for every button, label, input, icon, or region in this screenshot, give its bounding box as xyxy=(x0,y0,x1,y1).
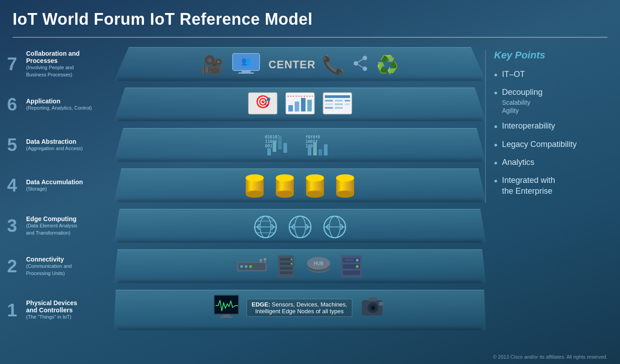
key-point-decoupling-text: Decoupling ScalabilityAgility xyxy=(502,87,543,115)
router-icon xyxy=(236,257,268,278)
svg-text:HUB: HUB xyxy=(314,261,323,266)
bullet-5: • xyxy=(494,157,498,169)
layer-1-content: EDGE: Sensors, Devices, Machines,Intelli… xyxy=(114,290,486,325)
key-point-integrated-text: Integrated withthe Enterprise xyxy=(502,175,555,196)
layer-3-content xyxy=(114,209,486,246)
database-icon-2 xyxy=(273,173,297,201)
analytics-screen-icon xyxy=(285,92,315,117)
svg-rect-19 xyxy=(325,100,333,102)
key-point-legacy: • Legacy Compatibility xyxy=(494,139,611,151)
data-chart-icon-1: 010101 11001 001 xyxy=(263,132,297,160)
layer-4-num: 4 xyxy=(0,175,22,195)
svg-point-44 xyxy=(246,174,264,182)
svg-rect-104 xyxy=(379,302,383,306)
key-point-decoupling: • Decoupling ScalabilityAgility xyxy=(494,87,611,115)
layer-3-label: Edge Computing (Data Element Analysisand… xyxy=(22,215,112,236)
key-point-it-ot-text: IT–OT xyxy=(502,69,525,80)
process-icon: ♻️ xyxy=(376,56,399,74)
svg-point-93 xyxy=(356,265,359,268)
report-screen-icon xyxy=(322,92,353,117)
svg-rect-24 xyxy=(345,103,350,105)
bullet-3: • xyxy=(494,121,498,133)
key-points-divider xyxy=(485,49,486,203)
pyramid-area: 7 Collaboration and Processes (Involving… xyxy=(0,43,486,357)
svg-point-75 xyxy=(245,265,247,268)
layer-4-surface xyxy=(114,169,486,202)
layer-5: 5 Data Abstraction (Aggregation and Acce… xyxy=(0,128,486,162)
layer-1-shelf: EDGE: Sensors, Devices, Machines,Intelli… xyxy=(114,290,486,330)
page-title: IoT World Forum IoT Reference Model xyxy=(13,10,313,29)
layer-6-surface: 🎯 xyxy=(114,88,486,121)
svg-rect-18 xyxy=(325,95,350,98)
bullet-4: • xyxy=(494,139,498,151)
edge-compute-icon-3 xyxy=(321,213,349,243)
bullet-2: • xyxy=(494,87,498,99)
key-point-interoperability: • Interoperability xyxy=(494,121,611,133)
svg-point-55 xyxy=(336,191,354,198)
svg-rect-22 xyxy=(325,103,333,105)
layer-4-shelf xyxy=(114,169,486,202)
layer-2-content: HUB xyxy=(114,250,486,285)
layer-3-surface xyxy=(114,209,486,243)
monitor-waveform-icon xyxy=(213,294,240,322)
svg-rect-79 xyxy=(280,262,292,265)
switch-icon xyxy=(274,253,298,281)
key-point-integrated: • Integrated withthe Enterprise xyxy=(494,175,611,196)
layer-3-num: 3 xyxy=(0,216,22,236)
layer-4-title: Data Accumulation xyxy=(26,178,112,186)
svg-rect-78 xyxy=(280,258,292,261)
layer-7: 7 Collaboration and Processes (Involving… xyxy=(0,47,486,81)
svg-point-102 xyxy=(371,306,375,310)
layer-7-content: 🎥 👥 CENTER 📞 xyxy=(114,48,486,81)
screen-icon: 👥 xyxy=(230,51,262,78)
svg-rect-98 xyxy=(220,316,233,318)
svg-point-76 xyxy=(249,265,252,268)
svg-rect-30 xyxy=(267,148,271,155)
svg-rect-15 xyxy=(307,100,312,111)
layer-7-label: Collaboration and Processes (Involving P… xyxy=(22,50,112,78)
layer-6-shelf: 🎯 xyxy=(114,88,486,121)
edge-compute-icon-1 xyxy=(252,213,279,243)
svg-rect-94 xyxy=(345,259,354,261)
key-point-it-ot: • IT–OT xyxy=(494,69,611,81)
edge-label-strong: EDGE: xyxy=(252,301,270,308)
database-icon-3 xyxy=(303,173,327,201)
svg-point-74 xyxy=(240,265,243,268)
svg-rect-80 xyxy=(280,267,292,270)
key-point-analytics-text: Analytics xyxy=(502,157,535,168)
layer-5-subtitle: (Aggregation and Access) xyxy=(26,145,112,152)
svg-rect-20 xyxy=(335,100,343,102)
svg-rect-2 xyxy=(238,72,254,74)
database-icon-1 xyxy=(243,173,266,201)
svg-text:f0f0f0: f0f0f0 xyxy=(306,135,320,139)
svg-line-8 xyxy=(356,63,365,69)
layer-1-title: Physical Devicesand Controllers xyxy=(26,299,112,314)
svg-rect-23 xyxy=(335,103,343,105)
layer-2-surface: HUB xyxy=(114,249,486,283)
svg-rect-97 xyxy=(223,315,230,316)
layer-6-num: 6 xyxy=(0,94,22,115)
footer: © 2013 Cisco and/or its affiliates. All … xyxy=(493,354,607,360)
layer-1-surface: EDGE: Sensors, Devices, Machines,Intelli… xyxy=(114,290,486,330)
key-points-title: Key Points xyxy=(494,49,611,61)
svg-rect-103 xyxy=(369,297,377,301)
layer-6-content: 🎯 xyxy=(114,88,486,120)
svg-point-83 xyxy=(291,263,292,265)
layer-2-label: Connectivity (Communication andProcessin… xyxy=(22,256,112,277)
svg-rect-21 xyxy=(345,100,350,102)
svg-rect-26 xyxy=(335,107,343,109)
key-point-interoperability-text: Interoperability xyxy=(502,121,555,131)
share-icon xyxy=(351,54,369,75)
layer-1-num: 1 xyxy=(0,300,22,320)
layer-6: 6 Application (Reporting, Analytics, Con… xyxy=(0,88,486,121)
layer-7-shelf: 🎥 👥 CENTER 📞 xyxy=(114,47,486,81)
layer-3: 3 Edge Computing (Data Element Analysisa… xyxy=(0,209,486,243)
svg-point-48 xyxy=(276,174,294,182)
video-camera-icon: 🎥 xyxy=(201,56,224,74)
database-icon-4 xyxy=(333,173,357,201)
layer-2-shelf: HUB xyxy=(114,249,486,283)
center-label: CENTER xyxy=(269,58,316,71)
key-points-panel: Key Points • IT–OT • Decoupling Scalabil… xyxy=(494,49,611,203)
svg-point-47 xyxy=(276,191,294,198)
decoupling-sub: ScalabilityAgility xyxy=(502,98,543,115)
